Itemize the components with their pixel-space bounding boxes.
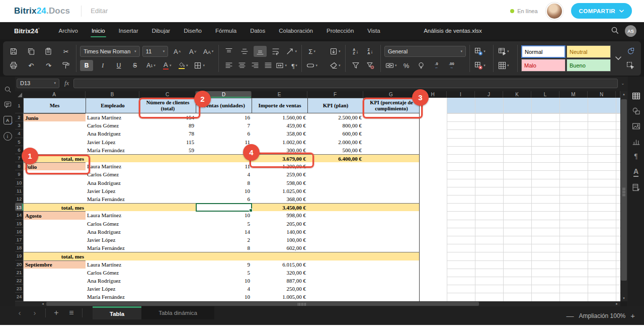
cell-E2[interactable]: 1.560,00 € (252, 113, 308, 122)
cell-F5[interactable]: 2.000,00 € (307, 138, 364, 147)
cell-G8[interactable] (363, 162, 420, 171)
cell-C11[interactable] (139, 187, 196, 195)
cell-B20[interactable]: Laura Martínez (86, 260, 140, 269)
row-header-22[interactable]: 22 (15, 277, 23, 285)
vertical-scrollbar-thumb[interactable] (621, 99, 627, 281)
cell-F17[interactable] (307, 236, 364, 244)
cell-G3[interactable] (363, 121, 420, 130)
cell-A16[interactable] (23, 228, 86, 236)
cell-D3[interactable]: 7 (196, 121, 252, 130)
cell-B16[interactable]: Ana Rodríguez (86, 228, 140, 236)
row-header-8[interactable]: 8 (15, 162, 23, 170)
cell-G13[interactable] (363, 203, 420, 212)
cell-F10[interactable] (307, 179, 364, 187)
cell-B7[interactable] (86, 154, 140, 163)
cell-C7[interactable] (139, 154, 196, 163)
cell-B5[interactable]: Javier López (86, 138, 140, 147)
cell-C8[interactable] (139, 162, 196, 171)
cell-C23[interactable] (139, 285, 196, 293)
cell-G7[interactable] (363, 154, 420, 163)
cell-D22[interactable]: 10 (196, 277, 252, 285)
table-header-F1[interactable]: KPI (plan) (307, 98, 364, 113)
cell-E23[interactable]: 250,00 € (252, 285, 308, 293)
cell-A17[interactable] (23, 236, 86, 244)
cell-G22[interactable] (363, 277, 420, 285)
cell-D23[interactable]: 4 (196, 285, 252, 293)
cell-A11[interactable] (23, 187, 86, 195)
cell-C24[interactable] (139, 293, 196, 301)
scroll-left-icon[interactable]: ◂ (39, 301, 46, 306)
scroll-down-icon[interactable]: ▾ (620, 296, 627, 301)
cell-F12[interactable] (307, 195, 364, 204)
cell-D15[interactable]: 5 (196, 220, 252, 228)
cell-A21[interactable] (23, 269, 86, 277)
cell-A20[interactable]: Septiembre (23, 260, 86, 269)
column-header-L[interactable]: L (531, 91, 559, 98)
row-header-1[interactable]: 1 (15, 98, 23, 113)
cell-E15[interactable]: 205,00 € (252, 220, 308, 228)
cell-A13[interactable]: total, mes (23, 203, 86, 212)
cell-F8[interactable] (307, 162, 364, 171)
cell-D20[interactable]: 9 (196, 260, 252, 269)
cell-G17[interactable] (363, 236, 420, 244)
cell-C20[interactable] (139, 260, 196, 269)
cell-A24[interactable] (23, 293, 86, 301)
row-header-12[interactable]: 12 (15, 195, 23, 203)
cell-C12[interactable] (139, 195, 196, 204)
cell-F9[interactable] (307, 170, 364, 179)
cell-E11[interactable]: 1.025,00 € (252, 187, 308, 195)
cell-F4[interactable]: 600,00 € (307, 129, 364, 138)
cell-G24[interactable] (363, 293, 420, 301)
cell-E4[interactable]: 358,00 € (252, 129, 308, 138)
cell-F18[interactable] (307, 244, 364, 252)
cell-C6[interactable]: 59 (139, 146, 196, 155)
cell-G18[interactable] (363, 244, 420, 252)
row-header-9[interactable]: 9 (15, 170, 23, 178)
cell-D12[interactable]: 6 (196, 195, 252, 204)
selection-handle[interactable] (249, 209, 253, 212)
cell-C22[interactable] (139, 277, 196, 285)
cell-G6[interactable] (363, 146, 420, 155)
cell-C21[interactable] (139, 269, 196, 277)
cell-B4[interactable]: Ana Rodríguez (86, 129, 140, 138)
scroll-right-icon[interactable]: ▸ (613, 301, 620, 306)
cell-F21[interactable] (307, 269, 364, 277)
cell-F23[interactable] (307, 285, 364, 293)
cell-F24[interactable] (307, 293, 364, 301)
cell-D14[interactable]: 10 (196, 211, 252, 220)
zoom-in-button[interactable]: + (630, 311, 635, 320)
sheet-list-button[interactable]: ≡ (64, 306, 79, 319)
cell-A10[interactable] (23, 179, 86, 187)
cell-C3[interactable]: 89 (139, 121, 196, 130)
table-header-A1[interactable]: Mes (23, 98, 86, 113)
spellcheck-button[interactable]: A✓ (4, 116, 12, 124)
row-header-16[interactable]: 16 (15, 228, 23, 236)
cell-A4[interactable] (23, 129, 86, 138)
cell-E19[interactable] (252, 252, 308, 260)
cell-F13[interactable] (307, 203, 364, 212)
cell-B11[interactable]: Javier López (86, 187, 140, 195)
next-sheet-button[interactable]: › (27, 306, 42, 319)
row-header-2[interactable]: 2 (15, 113, 23, 121)
cell-D21[interactable]: 5 (196, 269, 252, 277)
row-header-19[interactable]: 19 (15, 252, 23, 260)
column-header-A[interactable]: A (23, 91, 86, 98)
cell-D2[interactable]: 16 (196, 113, 252, 122)
cell-D24[interactable]: 10 (196, 293, 252, 301)
cell-G14[interactable] (363, 211, 420, 220)
cell-D5[interactable]: 11 (196, 138, 252, 147)
cell-A2[interactable]: Junio (23, 113, 86, 122)
cell-B18[interactable]: María Fernández (86, 244, 140, 252)
cell-A15[interactable] (23, 220, 86, 228)
cell-A3[interactable] (23, 121, 86, 130)
cell-G12[interactable] (363, 195, 420, 204)
cell-F19[interactable] (307, 252, 364, 260)
row-header-18[interactable]: 18 (15, 244, 23, 252)
cell-F22[interactable] (307, 277, 364, 285)
cell-G23[interactable] (363, 285, 420, 293)
row-header-13[interactable]: 13 (15, 203, 23, 211)
cell-F2[interactable]: 2.500,00 € (307, 113, 364, 122)
cell-E14[interactable]: 998,00 € (252, 211, 308, 220)
cell-E3[interactable]: 459,00 € (252, 121, 308, 130)
image-settings-button[interactable] (632, 122, 640, 131)
